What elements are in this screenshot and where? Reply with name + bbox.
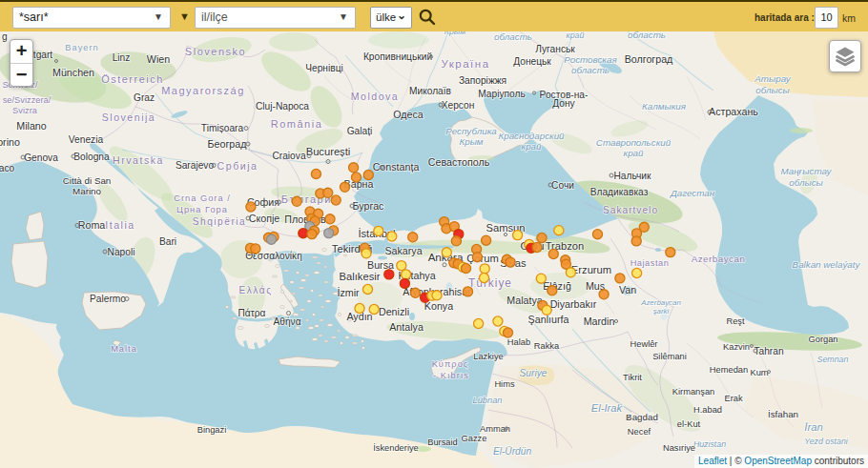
svg-text:Краснодарский: Краснодарский — [498, 131, 565, 141]
svg-text:Bagdad: Bagdad — [626, 412, 658, 422]
svg-text:Semnan: Semnan — [817, 355, 849, 364]
svg-text:Azerbaycan: Azerbaycan — [692, 254, 746, 264]
svg-text:Tahran: Tahran — [754, 346, 783, 356]
svg-text:Дону: Дону — [552, 98, 575, 109]
svg-text:Lübnan: Lübnan — [472, 396, 502, 405]
svg-text:- Kıbrıs: - Kıbrıs — [433, 371, 469, 380]
svg-text:Moldova: Moldova — [351, 91, 400, 102]
svg-text:Маңғыстау: Маңғыстау — [781, 166, 833, 176]
svg-text:Çorum: Çorum — [466, 253, 499, 264]
svg-text:Slovensko: Slovensko — [185, 46, 246, 57]
svg-text:Bari: Bari — [159, 236, 176, 247]
svg-text:Marino: Marino — [72, 186, 101, 196]
svg-text:Севастополь: Севастополь — [428, 156, 490, 168]
svg-text:Venezia: Venezia — [69, 134, 104, 145]
svg-text:Napoli: Napoli — [108, 247, 135, 257]
svg-text:München: München — [52, 67, 94, 78]
svg-text:область: область — [571, 65, 610, 75]
svg-text:Suriye: Suriye — [520, 368, 548, 378]
svg-text:el-Kut: el-Kut — [677, 419, 701, 429]
svg-text:Республика: Республика — [445, 126, 497, 136]
svg-text:tgart: tgart — [33, 50, 53, 60]
svg-text:Hrvatska: Hrvatska — [113, 154, 164, 166]
svg-text:край: край — [522, 141, 543, 152]
svg-text:Калмыкия: Калмыкия — [642, 101, 687, 112]
svg-text:Миколаїв: Миколаїв — [409, 86, 451, 96]
svg-text:Rakka: Rakka — [534, 341, 560, 351]
svg-text:Κύπρος: Κύπρος — [432, 359, 469, 369]
svg-text:Città di San: Città di San — [63, 175, 112, 186]
svg-text:Hemedan: Hemedan — [710, 365, 748, 375]
svg-text:Kum: Kum — [750, 368, 768, 377]
svg-text:Србија: Србија — [217, 160, 258, 172]
svg-text:Дагестан: Дагестан — [670, 188, 715, 198]
svg-text:aco: aco — [0, 163, 15, 173]
svg-text:Астрахань: Астрахань — [709, 106, 758, 117]
svg-text:Sakarya: Sakarya — [384, 245, 422, 256]
svg-text:Hewlêr: Hewlêr — [630, 339, 658, 349]
svg-text:El-Ürdün: El-Ürdün — [493, 446, 532, 457]
svg-text:Кропивницький: Кропивницький — [363, 51, 432, 62]
svg-text:İskenderiye: İskenderiye — [373, 443, 419, 453]
svg-text:Владикавказ: Владикавказ — [590, 187, 649, 197]
svg-text:Hajastan: Hajastan — [630, 258, 670, 268]
svg-text:Ελλάς: Ελλάς — [238, 285, 272, 295]
svg-text:Bursaid: Bursaid — [427, 437, 458, 447]
svg-text:Necef: Necef — [628, 427, 651, 437]
svg-text:Balıkesir: Balıkesir — [340, 271, 381, 282]
svg-text:Bingazi: Bingazi — [197, 425, 227, 435]
svg-text:Луганськ: Луганськ — [535, 44, 575, 54]
svg-text:Silêmani: Silêmani — [652, 352, 687, 361]
svg-text:Amman: Amman — [480, 424, 510, 434]
svg-text:Бургас: Бургас — [353, 200, 385, 212]
svg-text:Sarajevo: Sarajevo — [176, 160, 215, 171]
svg-text:Erzurum: Erzurum — [571, 264, 611, 275]
svg-text:Graz: Graz — [134, 92, 155, 103]
svg-text:Ростовская: Ростовская — [564, 54, 617, 65]
svg-text:Kirmanşan: Kirmanşan — [672, 387, 714, 397]
svg-text:облысы: облысы — [789, 177, 823, 188]
svg-text:Одеса: Одеса — [393, 109, 424, 120]
svg-text:область: область — [628, 31, 666, 40]
svg-text:Tikrit: Tikrit — [623, 373, 642, 382]
svg-text:orino: orino — [0, 136, 20, 148]
svg-text:Волгоград: Волгоград — [625, 53, 673, 65]
svg-text:Antalya: Antalya — [389, 321, 424, 333]
svg-text:Ставропольский: Ставропольский — [596, 137, 672, 148]
svg-text:Österreich: Österreich — [101, 73, 164, 85]
svg-text:Denizli: Denizli — [379, 306, 409, 317]
svg-text:Bayern: Bayern — [65, 43, 98, 52]
svg-text:Malatya: Malatya — [506, 295, 542, 306]
svg-text:România: România — [271, 118, 323, 130]
svg-text:Şanlıurfa: Şanlıurfa — [528, 314, 569, 325]
svg-text:Bologna: Bologna — [73, 152, 110, 162]
svg-text:Атырау: Атырау — [754, 73, 791, 84]
svg-text:Херсон: Херсон — [442, 100, 475, 111]
svg-text:Црна Гора: Црна Гора — [176, 205, 228, 214]
svg-text:Kazvin: Kazvin — [723, 342, 750, 352]
svg-text:Sakartvelo: Sakartvelo — [603, 205, 658, 215]
svg-text:Galați: Galați — [347, 126, 373, 136]
svg-text:Mardin: Mardin — [584, 315, 615, 327]
svg-text:Van: Van — [619, 284, 636, 295]
svg-text:край: край — [567, 31, 585, 40]
svg-text:şarki: şarki — [653, 307, 670, 315]
svg-text:Magyarország: Magyarország — [161, 85, 245, 96]
svg-text:se/Svizzera/: se/Svizzera/ — [3, 95, 52, 105]
svg-text:Svizra: Svizra — [12, 106, 38, 115]
svg-text:Azerbaycan: Azerbaycan — [640, 298, 681, 307]
svg-text:El-Irak: El-Irak — [591, 402, 624, 414]
svg-text:Чернівці: Чернівці — [305, 63, 343, 73]
svg-text:g: g — [2, 31, 8, 42]
svg-text:Lazkiye: Lazkiye — [473, 352, 504, 361]
svg-text:Slovenija: Slovenija — [102, 112, 156, 123]
svg-text:Crna Gora /: Crna Gora / — [174, 193, 231, 203]
svg-text:Shqipëria: Shqipëria — [193, 216, 247, 227]
svg-text:Craiova: Craiova — [272, 151, 305, 161]
svg-text:Крым: Крым — [444, 31, 466, 36]
svg-text:Palermo: Palermo — [90, 294, 126, 304]
svg-text:Україна: Україна — [441, 58, 489, 70]
svg-text:İsfahan: İsfahan — [768, 409, 798, 419]
svg-text:край: край — [624, 148, 645, 158]
svg-text:Türkiye: Türkiye — [468, 276, 512, 290]
